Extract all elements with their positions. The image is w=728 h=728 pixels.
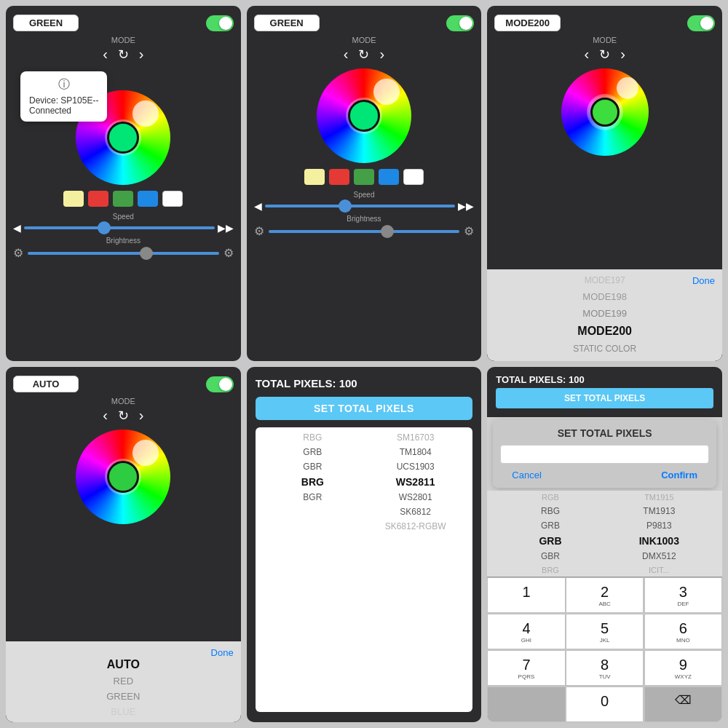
numpad-6[interactable]: 6MNO: [644, 614, 722, 649]
panel1-brightness-track[interactable]: [28, 252, 219, 255]
panel1-refresh-icon[interactable]: ↻: [118, 47, 129, 63]
swatch-green[interactable]: [113, 191, 133, 207]
numpad-4[interactable]: 4GHI: [487, 614, 565, 649]
panel6-cancel-btn[interactable]: Cancel: [500, 468, 553, 482]
panel4-color-wheel[interactable]: [76, 430, 170, 524]
panel2-mode[interactable]: GREEN: [254, 15, 320, 31]
p2-swatch-blue[interactable]: [379, 169, 399, 185]
panel2-speed-fwd[interactable]: ▶▶: [458, 200, 474, 212]
numpad-8[interactable]: 8TUV: [566, 650, 644, 686]
panel2-gear-right[interactable]: ⚙: [464, 224, 474, 238]
ic-col1-6: [261, 521, 364, 531]
panel6-ic-list: RGB TM1915 RBG TM1913 GRB P9813 GRB INK1…: [487, 491, 722, 577]
panel1-speed-fwd[interactable]: ▶▶: [218, 222, 234, 234]
numpad-2[interactable]: 2ABC: [566, 577, 644, 613]
mode-list-item-0[interactable]: MODE197: [487, 272, 722, 288]
panel5-set-pixels-btn[interactable]: SET TOTAL PIXELS: [256, 397, 473, 420]
p6-col1-3: GRB: [496, 535, 604, 547]
panel1-speed-thumb[interactable]: [98, 221, 111, 234]
panel1-gear-left[interactable]: ⚙: [13, 246, 23, 260]
numpad-1[interactable]: 1: [487, 577, 565, 613]
ic-col2-4: WS2801: [364, 492, 467, 502]
p2-swatch-green[interactable]: [354, 169, 374, 185]
panel3-refresh-icon[interactable]: ↻: [599, 47, 610, 63]
panel4-prev-arrow[interactable]: ‹: [103, 407, 108, 424]
panel2-speed-back[interactable]: ◀: [254, 200, 262, 212]
panel4-item-blue[interactable]: BLUE: [6, 704, 241, 719]
swatch-yellow[interactable]: [63, 191, 84, 207]
panel1-mode-label: MODE: [111, 36, 135, 44]
panel4-item-auto[interactable]: AUTO: [6, 656, 241, 673]
panel1-speed-back[interactable]: ◀: [13, 222, 21, 234]
numpad-5[interactable]: 5JKL: [566, 614, 644, 649]
panel6-set-btn-label: SET TOTAL PIXELS: [564, 393, 645, 403]
panel2-brightness-track[interactable]: [269, 230, 460, 233]
panel6-dialog: SET TOTAL PIXELS Cancel Confirm: [493, 420, 716, 488]
p6-ic-row-2: GRB P9813: [487, 518, 722, 533]
panel2-next-arrow[interactable]: ›: [379, 46, 384, 63]
ic-row-1: GRB TM1804: [261, 445, 467, 459]
p2-swatch-white[interactable]: [403, 169, 424, 185]
panel4-topbar: AUTO: [13, 376, 234, 392]
mode-list-item-2[interactable]: MODE199: [487, 305, 722, 322]
panel4-item-green[interactable]: GREEN: [6, 689, 241, 704]
numpad-7[interactable]: 7PQRS: [487, 650, 565, 686]
panel1-toggle[interactable]: [206, 15, 234, 31]
panel3-wheel-overlay: [617, 77, 638, 99]
panel4-next-arrow[interactable]: ›: [139, 407, 144, 424]
panel4-item-red[interactable]: RED: [6, 673, 241, 689]
panel6-set-btn-bar[interactable]: SET TOTAL PIXELS: [496, 388, 713, 408]
panel2-color-wheel[interactable]: [317, 68, 411, 163]
numpad-9[interactable]: 9WXYZ: [644, 650, 722, 686]
swatch-red[interactable]: [88, 191, 108, 207]
panel3-toggle[interactable]: [687, 15, 715, 31]
panel1-prev-arrow[interactable]: ‹: [103, 46, 108, 63]
panel3-next-arrow[interactable]: ›: [620, 46, 625, 63]
numpad-backspace[interactable]: ⌫: [644, 687, 722, 722]
panel2-color-wheel-container[interactable]: [317, 68, 411, 163]
mode-list-item-4[interactable]: STATIC COLOR: [487, 341, 722, 357]
panel2-gear-left[interactable]: ⚙: [254, 224, 264, 238]
panel6-dialog-input[interactable]: [500, 445, 709, 464]
panel1-gear-right[interactable]: ⚙: [223, 246, 234, 260]
panel2-speed-thumb[interactable]: [339, 199, 352, 213]
panel1-speed-track[interactable]: [24, 226, 215, 229]
mode-list-item-1[interactable]: MODE198: [487, 288, 722, 305]
panel2-brightness-section: Brightness ⚙ ⚙: [254, 215, 475, 238]
panel4-mode[interactable]: AUTO: [13, 376, 79, 392]
panel2-speed-track[interactable]: [265, 205, 456, 207]
panel1-brightness-label: Brightness: [13, 237, 234, 245]
swatch-white[interactable]: [162, 191, 183, 207]
panel1-next-arrow[interactable]: ›: [139, 46, 144, 63]
panel2-brightness-thumb[interactable]: [381, 225, 394, 238]
panel3-color-wheel[interactable]: [561, 68, 649, 156]
p2-swatch-red[interactable]: [329, 169, 349, 185]
swatch-blue[interactable]: [138, 191, 158, 207]
panel4-toggle[interactable]: [206, 376, 234, 392]
panel2-speed-label: Speed: [254, 191, 475, 199]
panel4-color-wheel-container[interactable]: [76, 430, 170, 524]
panel4-refresh-icon[interactable]: ↻: [118, 408, 129, 424]
p2-swatch-yellow[interactable]: [304, 169, 325, 185]
panel3-prev-arrow[interactable]: ‹: [584, 46, 589, 63]
ic-col1-2: GBR: [261, 462, 364, 472]
panel1-brightness-thumb[interactable]: [140, 247, 153, 260]
panel6-dialog-title: SET TOTAL PIXELS: [500, 427, 709, 439]
panel1-mode[interactable]: GREEN: [13, 15, 79, 31]
panel2-refresh-icon[interactable]: ↻: [358, 47, 369, 63]
panel3-color-wheel-container[interactable]: [561, 68, 649, 156]
panel6-confirm-btn[interactable]: Confirm: [649, 468, 709, 482]
panel3-mode[interactable]: MODE200: [494, 15, 561, 31]
panel2-toggle[interactable]: [446, 15, 474, 31]
numpad-0[interactable]: 0: [566, 687, 644, 722]
panel4-done-btn[interactable]: Done: [211, 647, 234, 658]
panel3-done-btn[interactable]: Done: [692, 275, 715, 286]
ic-row-2: GBR UCS1903: [261, 459, 467, 474]
numpad-3[interactable]: 3DEF: [644, 577, 722, 613]
panel2-wheel-center: [348, 100, 380, 132]
panel2-prev-arrow[interactable]: ‹: [344, 46, 349, 63]
mode-list-item-3[interactable]: MODE200: [487, 322, 722, 341]
panel-5: TOTAL PIXELS: 100 SET TOTAL PIXELS RBG S…: [247, 367, 482, 722]
ic-col1-0: RBG: [261, 432, 364, 443]
panel1-brightness-section: Brightness ⚙ ⚙: [13, 237, 234, 260]
